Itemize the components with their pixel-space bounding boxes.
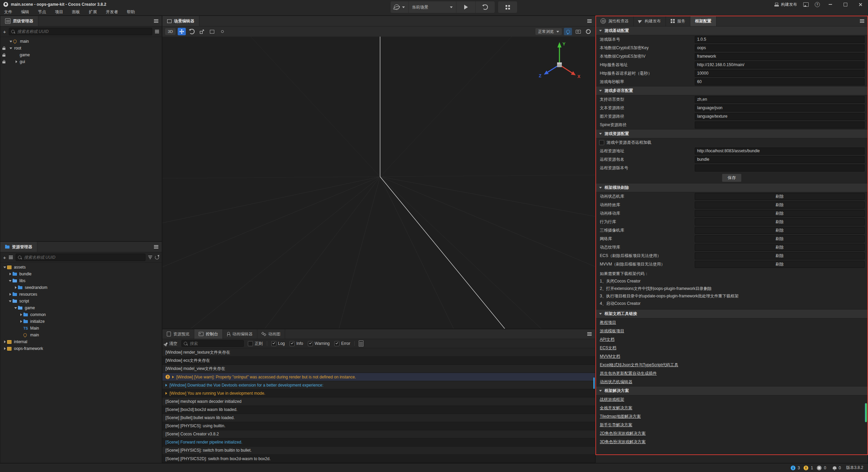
menu-item[interactable]: 帮助: [127, 9, 135, 15]
doc-link[interactable]: 全栈开发解决方案: [600, 405, 632, 411]
log-row[interactable]: [Scene] Cocos Creator v3.8.2: [162, 430, 595, 438]
hierarchy-node[interactable]: root: [0, 45, 162, 52]
menu-item[interactable]: 面板: [72, 9, 80, 15]
tree-expand-arrow[interactable]: [14, 60, 19, 63]
doc-link[interactable]: Excel格式转Json文件与TypeScript代码工具: [600, 362, 678, 368]
section-header[interactable]: 游戏基础配置: [596, 26, 868, 35]
filter-log-checkbox[interactable]: Log: [271, 341, 285, 346]
expand-arrow-icon[interactable]: [165, 392, 167, 395]
add-asset-button[interactable]: +: [3, 255, 6, 260]
maximize-button[interactable]: [841, 1, 850, 7]
tree-expand-arrow[interactable]: [19, 320, 23, 323]
image-preview-icon[interactable]: [803, 2, 809, 7]
section-header[interactable]: 框架解决方案: [596, 386, 868, 395]
log-row[interactable]: [Window] render_texture文件夹存在: [162, 349, 595, 357]
tree-expand-arrow[interactable]: [8, 300, 13, 302]
tree-expand-arrow[interactable]: [13, 307, 18, 309]
doc-link[interactable]: 教程项目: [600, 320, 616, 326]
rect-tool-button[interactable]: [208, 28, 216, 35]
config-scrollbar[interactable]: [865, 403, 867, 422]
menu-item[interactable]: 编辑: [21, 9, 29, 15]
hierarchy-node[interactable]: gui: [0, 58, 162, 65]
section-header[interactable]: 框架文档工具链接: [596, 309, 868, 318]
console-scrollbar[interactable]: [593, 377, 595, 389]
doc-link[interactable]: API文档: [600, 337, 614, 342]
config-tab-服务[interactable]: 服务: [666, 16, 690, 26]
console-menu-icon[interactable]: [587, 332, 592, 336]
section-header[interactable]: 游戏资源配置: [596, 129, 868, 138]
tree-expand-arrow[interactable]: [8, 41, 13, 42]
tree-expand-arrow[interactable]: [19, 313, 23, 316]
hierarchy-search[interactable]: [9, 28, 152, 35]
field-input[interactable]: http://localhost:8083/assets/bundle: [695, 148, 865, 155]
tree-expand-arrow[interactable]: [2, 267, 7, 268]
remove-module-button[interactable]: 剔除: [695, 252, 865, 259]
clear-console-button[interactable]: 清空: [166, 341, 177, 347]
hierarchy-search-input[interactable]: [17, 29, 150, 34]
config-tab-属性检查器[interactable]: 属性检查器: [596, 16, 634, 26]
rotate-tool-button[interactable]: [188, 28, 196, 35]
tree-expand-arrow[interactable]: [8, 47, 13, 49]
doc-link[interactable]: 战棋游戏框架: [600, 397, 624, 402]
assets-menu-icon[interactable]: [154, 245, 158, 249]
move-tool-button[interactable]: [178, 28, 186, 35]
menu-item[interactable]: 节点: [38, 9, 46, 15]
field-input[interactable]: zh,en: [695, 96, 865, 103]
console-search-input[interactable]: [189, 341, 241, 346]
asset-node[interactable]: main: [0, 332, 162, 338]
scene-settings-button[interactable]: [584, 28, 592, 35]
collapse-all-icon[interactable]: [155, 30, 159, 33]
log-row[interactable]: [Window] [Vue warn]: Property "onInput" …: [162, 373, 595, 381]
field-input[interactable]: [695, 164, 865, 172]
help-icon[interactable]: ?: [815, 2, 820, 7]
tab-scene[interactable]: 场景编辑器: [162, 16, 199, 26]
menu-item[interactable]: 文件: [4, 9, 12, 15]
tree-expand-arrow[interactable]: [8, 293, 13, 296]
tree-expand-arrow[interactable]: [2, 340, 7, 343]
doc-link[interactable]: 动画状态机编辑器: [600, 379, 632, 385]
asset-node[interactable]: script: [0, 298, 162, 304]
remove-module-button[interactable]: 剔除: [695, 210, 865, 217]
log-row[interactable]: [Scene] meshopt wasm decoder initialized: [162, 397, 595, 406]
log-row[interactable]: [Window] model_view文件夹存在: [162, 365, 595, 373]
asset-node[interactable]: assets: [0, 264, 162, 271]
bell-icon[interactable]: [833, 466, 836, 469]
log-row[interactable]: [Scene] [box2d]:box2d wasm lib loaded.: [162, 406, 595, 414]
doc-link[interactable]: 2D角色扮演游戏解决方案: [600, 431, 646, 436]
field-input[interactable]: bundle: [695, 156, 865, 163]
filter-assets-icon[interactable]: [148, 256, 152, 259]
assets-search[interactable]: [16, 254, 145, 261]
log-row[interactable]: [Scene] Forward render pipeline initiali…: [162, 438, 595, 447]
tree-expand-arrow[interactable]: [8, 273, 13, 275]
remove-module-button[interactable]: 剔除: [695, 235, 865, 242]
asset-node[interactable]: libs: [0, 277, 162, 284]
field-input[interactable]: language/texture: [695, 113, 865, 120]
scene-viewport[interactable]: Y X Z: [162, 37, 595, 329]
log-row[interactable]: [Window] Download the Vue Devtools exten…: [162, 381, 595, 389]
log-row[interactable]: [Scene] [bullet]:bullet wasm lib loaded.: [162, 414, 595, 422]
console-tab-控制台[interactable]: 控制台: [194, 329, 223, 339]
device-select-button[interactable]: [391, 1, 408, 13]
info-count-icon[interactable]: [791, 466, 795, 470]
menu-item[interactable]: 扩展: [89, 9, 97, 15]
save-button[interactable]: 保存: [722, 174, 742, 182]
regex-checkbox[interactable]: 正则: [248, 341, 263, 347]
field-input[interactable]: oops: [695, 44, 865, 52]
field-input[interactable]: 1.0.5: [695, 36, 865, 43]
tree-expand-arrow[interactable]: [2, 347, 7, 350]
tree-expand-arrow[interactable]: [8, 280, 13, 282]
hierarchy-node[interactable]: main: [0, 38, 162, 45]
config-tab-框架配置[interactable]: 框架配置: [690, 16, 716, 26]
view-mode-dropdown[interactable]: 正常浏览: [535, 28, 562, 35]
scale-tool-button[interactable]: [198, 28, 206, 35]
doc-link[interactable]: 3D角色扮演游戏解决方案: [600, 439, 646, 445]
open-log-file-icon[interactable]: [359, 340, 363, 347]
section-header[interactable]: 游戏多语言配置: [596, 86, 868, 95]
axis-gizmo[interactable]: Y X Z: [534, 39, 585, 87]
remove-module-button[interactable]: 剔除: [695, 218, 865, 225]
console-tab-动画图[interactable]: 动画图: [257, 329, 285, 339]
warning-count-icon[interactable]: [804, 466, 808, 470]
console-search[interactable]: [181, 340, 244, 347]
doc-link[interactable]: Tiledmap地图解决方案: [600, 414, 641, 419]
asset-node[interactable]: seedrandom: [0, 284, 162, 291]
